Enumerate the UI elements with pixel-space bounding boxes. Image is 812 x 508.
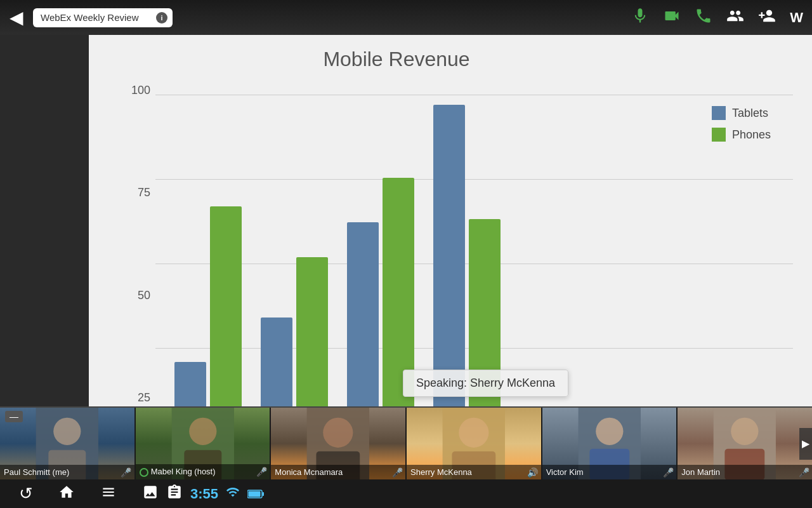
svg-rect-25 — [263, 492, 265, 496]
legend-color-phones — [712, 128, 726, 142]
sherry-name-text: Sherry McKenna — [410, 467, 472, 477]
participant-strip: — Paul Schmitt (me) 🎤 — [0, 406, 812, 479]
bar-tablets-2 — [261, 318, 292, 416]
monica-mic-icon: 🎤 — [393, 468, 402, 477]
back-nav-icon[interactable]: ↺ — [19, 484, 33, 504]
host-badge — [140, 468, 148, 477]
monica-name-text: Monica Mcnamara — [275, 467, 343, 477]
top-bar: ◀ WebEx Weekly Review i W — [0, 0, 812, 35]
participant-paul[interactable]: — Paul Schmitt (me) 🎤 — [0, 408, 136, 479]
mic-icon[interactable] — [631, 7, 649, 29]
minimize-button[interactable]: — — [5, 411, 23, 422]
y-label-75: 75 — [127, 186, 155, 199]
top-right-icons: W — [631, 7, 802, 29]
status-icons: 3:55 — [142, 484, 264, 504]
legend-tablets: Tablets — [712, 106, 771, 120]
jon-mic-icon: 🎤 — [799, 468, 808, 477]
phone-icon[interactable] — [695, 7, 712, 29]
mabel-mic-icon: 🎤 — [257, 467, 266, 476]
y-label-50: 50 — [127, 289, 155, 302]
bar-chart: Speaking: Sherry McKenna — [155, 77, 793, 417]
paul-name-text: Paul Schmitt (me) — [4, 467, 69, 477]
clock-display: 3:55 — [190, 486, 218, 502]
participant-name-sherry: Sherry McKenna 🔊 — [407, 465, 541, 479]
bar-phones-1 — [210, 206, 242, 416]
y-label-25: 25 — [127, 391, 155, 404]
battery-icon — [247, 486, 264, 502]
chart-container: Mobile Revenue 100 75 50 25 — [89, 35, 812, 432]
sherry-mic-icon: 🔊 — [528, 468, 537, 477]
bar-group-2 — [261, 257, 328, 416]
paul-mic-icon: 🎤 — [122, 468, 131, 477]
expand-strip-button[interactable]: ▶ — [799, 428, 812, 460]
legend-label-tablets: Tablets — [732, 107, 768, 120]
mabel-name-text: Mabel King (host) — [140, 467, 216, 477]
meeting-title: WebEx Weekly Review — [41, 12, 139, 23]
recents-icon[interactable] — [100, 484, 117, 504]
speaking-tooltip: Speaking: Sherry McKenna — [403, 370, 568, 397]
chart-legend: Tablets Phones — [702, 97, 780, 159]
bar-group-1 — [174, 206, 242, 416]
participant-jon[interactable]: Jon Martin 🎤 — [678, 408, 812, 479]
bar-phones-2 — [296, 257, 328, 416]
chart-title: Mobile Revenue — [127, 48, 793, 71]
legend-label-phones: Phones — [732, 128, 771, 142]
y-label-100: 100 — [127, 84, 155, 97]
jon-name-text: Jon Martin — [681, 467, 720, 477]
legend-color-tablets — [712, 106, 726, 120]
participant-mabel[interactable]: Mabel King (host) 🎤 — [136, 408, 272, 479]
camera-icon[interactable] — [663, 7, 681, 29]
clipboard-icon — [166, 484, 183, 504]
bottom-bar: ↺ 3:55 — [0, 479, 812, 508]
chart-area: 100 75 50 25 — [127, 77, 793, 417]
main-content: Mobile Revenue 100 75 50 25 — [89, 35, 812, 432]
info-icon[interactable]: i — [156, 12, 167, 23]
victor-name-text: Victor Kim — [546, 467, 584, 477]
y-axis: 100 75 50 25 — [127, 77, 155, 417]
wifi-icon — [226, 485, 240, 503]
home-icon[interactable] — [58, 484, 75, 504]
participant-name-jon: Jon Martin 🎤 — [678, 465, 812, 479]
bars-wrapper — [155, 77, 793, 416]
webex-logo-icon: W — [790, 10, 802, 26]
participant-victor[interactable]: Victor Kim 🎤 — [542, 408, 678, 479]
participant-name-mabel: Mabel King (host) 🎤 — [136, 464, 270, 479]
screenshot-icon — [142, 484, 159, 504]
participant-monica[interactable]: Monica Mcnamara 🎤 — [271, 408, 407, 479]
participant-sherry[interactable]: Sherry McKenna 🔊 — [407, 408, 542, 479]
bar-tablets-3 — [347, 222, 379, 416]
participant-name-victor: Victor Kim 🎤 — [542, 465, 677, 479]
legend-phones: Phones — [712, 128, 771, 142]
meeting-title-box: WebEx Weekly Review i — [33, 8, 173, 27]
participant-name-paul: Paul Schmitt (me) 🎤 — [0, 465, 134, 479]
add-person-icon[interactable] — [758, 7, 776, 29]
svg-rect-26 — [249, 491, 261, 497]
victor-mic-icon: 🎤 — [664, 468, 672, 477]
participants-icon[interactable] — [726, 7, 744, 29]
participant-name-monica: Monica Mcnamara 🎤 — [271, 465, 405, 479]
back-button[interactable]: ◀ — [10, 7, 23, 28]
